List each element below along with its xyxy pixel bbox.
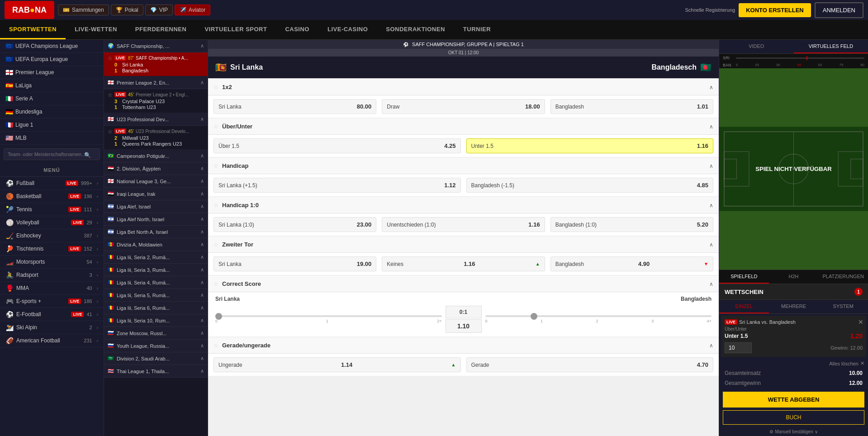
bet-option-away[interactable]: Bangladesh 1.01 (550, 99, 713, 114)
sidebar-sport-item[interactable]: 🏎️ Motorsports 54 › (0, 256, 104, 269)
match-league-header[interactable]: 🇷🇴 Liga Iii, Seria 2, Rumä... ∧ (104, 251, 208, 264)
section-handicap-header[interactable]: ☆ Handicap ∧ (208, 158, 719, 174)
nav-pokal[interactable]: 🏆 Pokal (111, 5, 143, 15)
sidebar-league-item[interactable]: 🇪🇺UEFA Champions League (0, 40, 104, 53)
bet-option-gerade[interactable]: Gerade 4.70 (466, 357, 714, 372)
wett-tab-mehrere[interactable]: MEHRERE (769, 300, 819, 313)
sidebar-sport-item[interactable]: 🏐 Volleyball LIVE 29 › (0, 216, 104, 229)
bet-option-uber[interactable]: Über 1.5 4.25 (213, 138, 461, 153)
spielfeld-tab[interactable]: SPIELFELD (719, 270, 769, 284)
tab-pferderennen[interactable]: PFERDERENNEN (126, 20, 196, 39)
match-league-header[interactable]: 🇸🇦 Division 2, Saudi Arab... ∧ (104, 352, 208, 365)
bet-stake-input[interactable] (725, 342, 752, 353)
match-league-header[interactable]: 🇮🇱 Liga Alef, Israel ∧ (104, 200, 208, 213)
virtual-field-tab[interactable]: VIRTUELLES FELD (794, 40, 868, 53)
sidebar-sport-item[interactable]: ⚽ Fußball LIVE 999+ › (0, 177, 104, 190)
sidebar-league-item[interactable]: 🇺🇸MLB (0, 132, 104, 145)
section-ueber-unter-header[interactable]: ☆ Über/Unter ∧ (208, 118, 719, 135)
star-icon[interactable]: ☆ (213, 123, 218, 130)
match-league-header[interactable]: 🇷🇺 Youth League, Russia... ∧ (104, 340, 208, 352)
bet-option-zt-home[interactable]: Sri Lanka 19.00 (213, 256, 376, 271)
bet-option-h10-draw[interactable]: Unentschieden (1:0) 1.16 (382, 217, 545, 232)
section-cs-header[interactable]: ☆ Correct Score ∧ (208, 276, 719, 292)
nav-vip[interactable]: 💎 VIP (145, 5, 173, 15)
star-icon[interactable]: ☆ (213, 281, 218, 287)
alles-loschen-button[interactable]: Alles löschen ✕ (719, 359, 868, 368)
star-icon[interactable]: ☆ (108, 55, 113, 62)
match-league-header[interactable]: 🇧🇷 Campeonato Potiguár... ∧ (104, 150, 208, 162)
sidebar-league-item[interactable]: 🇮🇹Serie A (0, 92, 104, 105)
sidebar-sport-item[interactable]: 🏈 American Football 231 › (0, 334, 104, 347)
tab-casino[interactable]: CASINO (276, 20, 318, 39)
match-league-header[interactable]: 🇷🇴 Liga Iii, Seria 3, Rumä... ∧ (104, 264, 208, 276)
cs-home-slider[interactable] (215, 313, 222, 320)
match-league-header[interactable]: 🇷🇴 Liga Iii, Seria 6, Rumä... ∧ (104, 302, 208, 314)
section-gu-header[interactable]: ☆ Gerade/ungerade ∧ (208, 337, 719, 354)
sidebar-league-item[interactable]: 🇫🇷Ligue 1 (0, 118, 104, 132)
tab-live-wetten[interactable]: LIVE-WETTEN (66, 20, 126, 39)
match-list-item[interactable]: ☆ LIVE 45' U23 Professional Develo... 2 … (104, 126, 208, 150)
tab-sportwetten[interactable]: SPORTWETTEN (0, 20, 66, 39)
platzierungen-tab[interactable]: PLATZIERUNGEN (818, 270, 868, 284)
sidebar-league-item[interactable]: 🏴󠁧󠁢󠁥󠁮󠁧󠁿Premier League (0, 66, 104, 79)
tab-sonderaktionen[interactable]: SONDERAKTIONEN (377, 20, 454, 39)
star-icon[interactable]: ☆ (213, 242, 218, 248)
section-1x2-header[interactable]: ☆ 1x2 ∧ (208, 79, 719, 95)
sidebar-sport-item[interactable]: 🥊 MMA 40 › (0, 282, 104, 295)
sidebar-league-item[interactable]: 🇪🇺UEFA Europa League (0, 53, 104, 66)
sidebar-sport-item[interactable]: 🏀 Basketball LIVE 196 › (0, 190, 104, 203)
sidebar-sport-item[interactable]: 🎾 Tennis LIVE 111 › (0, 203, 104, 216)
nav-sammlungen[interactable]: 🎫 Sammlungen (58, 5, 109, 15)
cs-away-slider[interactable] (531, 313, 537, 320)
match-list-item[interactable]: ☆ LIVE 45' Premier League 2 • Engl... 3 … (104, 89, 208, 113)
bet-option-zt-away[interactable]: Bangladesh 4.90 ▼ (550, 256, 713, 271)
match-league-header[interactable]: 🇮🇶 Iraqi League, Irak ∧ (104, 188, 208, 200)
match-league-header[interactable]: 🇮🇱 Liga Bet North A, Israel ∧ (104, 226, 208, 238)
match-league-header[interactable]: 🏴󠁧󠁢󠁥󠁮󠁧󠁿 U23 Professional Dev... ∧ (104, 113, 208, 126)
sidebar-sport-item[interactable]: ⛷️ Ski Alpin 2 › (0, 321, 104, 334)
wett-tab-system[interactable]: SYSTEM (818, 300, 868, 313)
star-icon[interactable]: ☆ (213, 84, 218, 90)
nav-aviator[interactable]: ✈️ Aviator (175, 5, 210, 15)
sidebar-sport-item[interactable]: 🏒 Eishockey 387 › (0, 229, 104, 242)
h2h-tab[interactable]: H2H (769, 270, 819, 284)
match-league-header[interactable]: 🇷🇴 Liga Iii, Seria 4, Rumä... ∧ (104, 276, 208, 289)
bet-option-home[interactable]: Sri Lanka 80.00 (213, 99, 376, 114)
match-list-item[interactable]: ☆ LIVE 87' SAFF Championship • A... 0 Sr… (104, 52, 208, 76)
video-tab[interactable]: VIDEO (719, 40, 794, 53)
star-icon[interactable]: ☆ (213, 202, 218, 209)
sidebar-sport-item[interactable]: 🎮 E-sports + LIVE 186 › (0, 295, 104, 308)
star-icon[interactable]: ☆ (108, 128, 113, 135)
bet-option-h10-home[interactable]: Sri Lanka (1:0) 23.00 (213, 217, 376, 232)
tab-turnier[interactable]: TURNIER (454, 20, 500, 39)
star-icon[interactable]: ☆ (213, 342, 218, 349)
anmelden-button[interactable]: ANMELDEN (815, 2, 863, 18)
bet-option-h10-away[interactable]: Bangladesh (1:0) 5.20 (550, 217, 713, 232)
bet-option-ungerade[interactable]: Ungerade 1.14 ▲ (213, 357, 461, 372)
bet-option-hc-home[interactable]: Sri Lanka (+1.5) 1.12 (213, 178, 461, 193)
bet-option-zt-none[interactable]: Keines 1.16 ▲ (382, 256, 545, 271)
bet-option-unter[interactable]: Unter 1.5 1.16 (466, 138, 714, 153)
match-league-header[interactable]: 🇷🇺 Zone Moscow, Russl... ∧ (104, 327, 208, 340)
bet-option-draw[interactable]: Draw 18.00 (382, 99, 545, 114)
section-handicap10-header[interactable]: ☆ Handicap 1:0 ∧ (208, 197, 719, 213)
tab-live-casino[interactable]: LIVE-CASINO (318, 20, 377, 39)
schnelle-registrierung[interactable]: Schnelle Registrierung (685, 7, 735, 13)
konto-erstellen-button[interactable]: KONTO ERSTELLEN (739, 3, 811, 17)
match-league-header[interactable]: 🇲🇩 Divizia A, Moldawien ∧ (104, 238, 208, 251)
sidebar-sport-item[interactable]: ⚽ E-Football LIVE 41 › (0, 308, 104, 321)
sidebar-league-item[interactable]: 🇩🇪Bundesliga (0, 105, 104, 118)
tab-virtueller-sport[interactable]: VIRTUELLER SPORT (195, 20, 276, 39)
match-league-header[interactable]: 🏴󠁧󠁢󠁥󠁮󠁧󠁿 Premier League 2, En... ∧ (104, 76, 208, 89)
star-icon[interactable]: ☆ (213, 163, 218, 169)
match-league-header[interactable]: 🇪🇬 2. Division, Ägypten ∧ (104, 162, 208, 175)
manuell-bestatigen[interactable]: ⚙ Manuell bestätigen ∨ (719, 427, 868, 436)
match-league-header[interactable]: 🏴󠁧󠁢󠁥󠁮󠁧󠁿 National League 3, Ge... ∧ (104, 175, 208, 188)
sidebar-sport-item[interactable]: 🚴 Radsport 3 › (0, 269, 104, 282)
wette-abgeben-button[interactable]: WETTE ABGEBEN (723, 392, 864, 408)
bet-option-hc-away[interactable]: Bangladesh (-1.5) 4.85 (466, 178, 714, 193)
match-league-header[interactable]: 🇮🇱 Liga Alef North, Israel ∧ (104, 213, 208, 226)
section-zt-header[interactable]: ☆ Zweiter Tor ∧ (208, 237, 719, 253)
sidebar-league-item[interactable]: 🇪🇸LaLiga (0, 79, 104, 92)
match-league-header[interactable]: 🇷🇴 Liga Iii, Seria 10, Rum... ∧ (104, 314, 208, 327)
